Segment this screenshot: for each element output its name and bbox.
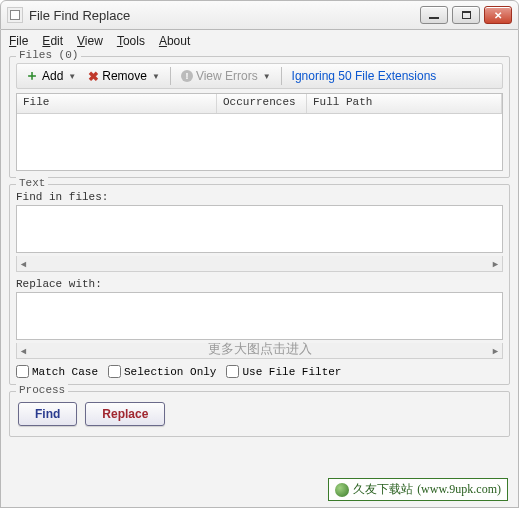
process-group: Process Find Replace xyxy=(9,391,510,437)
add-button[interactable]: ＋ Add ▼ xyxy=(21,65,80,87)
replace-button[interactable]: Replace xyxy=(85,402,165,426)
dropdown-icon: ▼ xyxy=(152,72,160,81)
menu-view[interactable]: View xyxy=(77,34,103,48)
col-fullpath[interactable]: Full Path xyxy=(307,94,502,113)
content-area: Files (0) ＋ Add ▼ ✖ Remove ▼ ! View Erro… xyxy=(0,52,519,508)
x-icon: ✖ xyxy=(88,69,99,84)
selection-only-input[interactable] xyxy=(108,365,121,378)
use-file-filter-label: Use File Filter xyxy=(242,366,341,378)
add-label: Add xyxy=(42,69,63,83)
col-occurrences[interactable]: Occurrences xyxy=(217,94,307,113)
maximize-button[interactable] xyxy=(452,6,480,24)
app-icon xyxy=(7,7,23,23)
separator xyxy=(281,67,282,85)
close-button[interactable]: ✕ xyxy=(484,6,512,24)
ignore-extensions-label: Ignoring 50 File Extensions xyxy=(292,69,437,83)
selection-only-checkbox[interactable]: Selection Only xyxy=(108,365,216,378)
window-controls: ✕ xyxy=(420,6,512,24)
remove-button[interactable]: ✖ Remove ▼ xyxy=(84,67,164,86)
selection-only-label: Selection Only xyxy=(124,366,216,378)
view-errors-label: View Errors xyxy=(196,69,258,83)
remove-label: Remove xyxy=(102,69,147,83)
footer-site-url: (www.9upk.com) xyxy=(417,482,501,497)
replace-scrollbar[interactable]: ◄► xyxy=(16,343,503,359)
view-errors-button[interactable]: ! View Errors ▼ xyxy=(177,67,275,85)
menu-tools[interactable]: Tools xyxy=(117,34,145,48)
find-input[interactable] xyxy=(16,205,503,253)
find-scrollbar[interactable]: ◄► xyxy=(16,256,503,272)
find-label: Find in files: xyxy=(16,191,503,203)
plus-icon: ＋ xyxy=(25,67,39,85)
text-group-label: Text xyxy=(16,177,48,189)
match-case-checkbox[interactable]: Match Case xyxy=(16,365,98,378)
menu-file[interactable]: File xyxy=(9,34,28,48)
process-group-label: Process xyxy=(16,384,68,396)
col-file[interactable]: File xyxy=(17,94,217,113)
minimize-button[interactable] xyxy=(420,6,448,24)
separator xyxy=(170,67,171,85)
menu-about[interactable]: About xyxy=(159,34,190,48)
dropdown-icon: ▼ xyxy=(68,72,76,81)
footer-site-name: 久友下载站 xyxy=(353,481,413,498)
replace-input[interactable] xyxy=(16,292,503,340)
process-buttons: Find Replace xyxy=(16,398,503,430)
find-button[interactable]: Find xyxy=(18,402,77,426)
options-row: Match Case Selection Only Use File Filte… xyxy=(16,365,503,378)
files-group-label: Files (0) xyxy=(16,49,81,61)
footer-watermark: 久友下载站 (www.9upk.com) xyxy=(328,478,508,501)
window-title: File Find Replace xyxy=(29,8,420,23)
replace-label: Replace with: xyxy=(16,278,503,290)
menu-edit[interactable]: Edit xyxy=(42,34,63,48)
text-group: Text Find in files: ◄► Replace with: ◄► … xyxy=(9,184,510,385)
use-file-filter-checkbox[interactable]: Use File Filter xyxy=(226,365,341,378)
titlebar: File Find Replace ✕ xyxy=(0,0,519,30)
match-case-input[interactable] xyxy=(16,365,29,378)
files-table[interactable]: File Occurrences Full Path xyxy=(16,93,503,171)
dropdown-icon: ▼ xyxy=(263,72,271,81)
files-toolbar: ＋ Add ▼ ✖ Remove ▼ ! View Errors ▼ Ignor… xyxy=(16,63,503,89)
watermark-logo-icon xyxy=(335,483,349,497)
error-icon: ! xyxy=(181,70,193,82)
use-file-filter-input[interactable] xyxy=(226,365,239,378)
files-group: Files (0) ＋ Add ▼ ✖ Remove ▼ ! View Erro… xyxy=(9,56,510,178)
table-header: File Occurrences Full Path xyxy=(17,94,502,114)
ignore-extensions-link[interactable]: Ignoring 50 File Extensions xyxy=(288,67,441,85)
match-case-label: Match Case xyxy=(32,366,98,378)
